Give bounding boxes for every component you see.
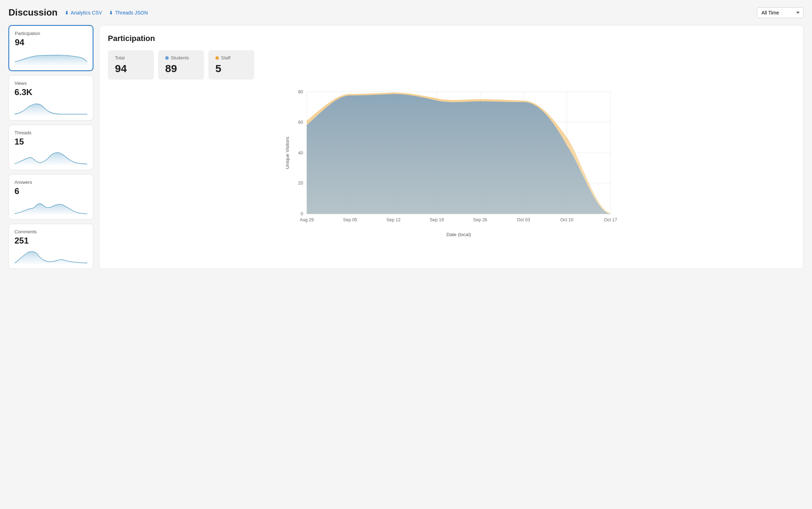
y-label-80: 80 xyxy=(298,89,303,94)
y-label-60: 60 xyxy=(298,120,303,125)
download-json-icon: ⬇ xyxy=(109,10,113,16)
x-label-sep05: Sep 05 xyxy=(343,217,357,222)
stat-card-threads[interactable]: Threads 15 xyxy=(8,125,93,170)
threads-json-link[interactable]: ⬇ Threads JSON xyxy=(109,10,148,16)
stat-box-label-total: Total xyxy=(115,55,147,60)
stat-label-views: Views xyxy=(14,81,87,86)
download-csv-icon: ⬇ xyxy=(65,10,69,16)
mini-chart-comments xyxy=(14,248,87,264)
stat-box-value-total: 94 xyxy=(115,63,147,75)
x-label-sep12: Sep 12 xyxy=(387,217,401,222)
stat-label-comments: Comments xyxy=(14,229,87,234)
stat-card-answers[interactable]: Answers 6 xyxy=(8,174,93,220)
mini-chart-threads xyxy=(14,149,87,165)
right-panel: Participation Total 94 Students 89 Staff… xyxy=(99,25,804,269)
stat-label-answers: Answers xyxy=(14,180,87,185)
header-left: Discussion ⬇ Analytics CSV ⬇ Threads JSO… xyxy=(8,7,148,18)
x-label-sep19: Sep 19 xyxy=(430,217,444,222)
x-label-oct10: Oct 10 xyxy=(560,217,573,222)
stat-box-total: Total 94 xyxy=(108,50,154,80)
stat-value-threads: 15 xyxy=(14,137,87,147)
main-content: Participation 94 Views 6.3K xyxy=(8,25,804,269)
stat-card-participation[interactable]: Participation 94 xyxy=(8,25,93,71)
participation-chart: 80 60 40 20 0 Aug 29 Sep 05 Sep 12 Sep 1… xyxy=(108,88,795,244)
x-label-oct03: Oct 03 xyxy=(517,217,530,222)
stat-label-threads: Threads xyxy=(14,130,87,135)
panel-title: Participation xyxy=(108,34,795,43)
time-range-select[interactable]: All Time Last 7 Days Last 30 Days Last 3… xyxy=(757,7,804,18)
stat-box-label-staff: Staff xyxy=(215,55,247,60)
stat-box-label-students: Students xyxy=(165,55,197,60)
x-axis-title: Date (local) xyxy=(446,232,471,237)
stat-box-staff: Staff 5 xyxy=(208,50,254,80)
mini-chart-participation xyxy=(15,49,87,65)
y-label-40: 40 xyxy=(298,151,303,156)
students-dot xyxy=(165,56,169,60)
blue-area xyxy=(307,94,610,214)
page-title: Discussion xyxy=(8,7,58,18)
stat-box-value-students: 89 xyxy=(165,63,197,75)
mini-chart-answers xyxy=(14,198,87,214)
chart-svg: 80 60 40 20 0 Aug 29 Sep 05 Sep 12 Sep 1… xyxy=(108,88,795,244)
y-label-0: 0 xyxy=(301,211,303,216)
x-label-oct17: Oct 17 xyxy=(604,217,617,222)
stat-value-comments: 251 xyxy=(14,236,87,246)
mini-chart-views xyxy=(14,99,87,115)
stat-value-answers: 6 xyxy=(14,186,87,196)
stat-value-participation: 94 xyxy=(15,37,87,47)
stat-card-views[interactable]: Views 6.3K xyxy=(8,75,93,121)
stat-label-participation: Participation xyxy=(15,31,87,36)
analytics-csv-link[interactable]: ⬇ Analytics CSV xyxy=(65,10,102,16)
stat-box-students: Students 89 xyxy=(158,50,204,80)
x-label-sep26: Sep 26 xyxy=(473,217,487,222)
stats-row: Total 94 Students 89 Staff 5 xyxy=(108,50,795,80)
sidebar: Participation 94 Views 6.3K xyxy=(8,25,93,269)
stat-card-comments[interactable]: Comments 251 xyxy=(8,224,93,269)
staff-dot xyxy=(215,56,219,60)
stat-value-views: 6.3K xyxy=(14,87,87,97)
y-label-20: 20 xyxy=(298,181,303,186)
x-label-aug29: Aug 29 xyxy=(300,217,314,222)
stat-box-value-staff: 5 xyxy=(215,63,247,75)
y-axis-title: Unique Visitors xyxy=(285,137,290,169)
